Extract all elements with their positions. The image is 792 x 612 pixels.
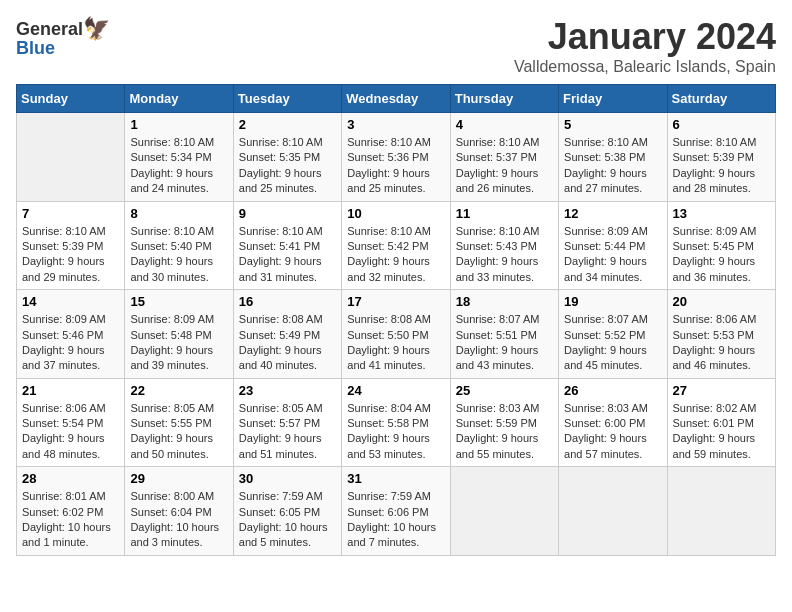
day-number: 7	[22, 206, 119, 221]
day-info: Sunrise: 8:06 AMSunset: 5:53 PMDaylight:…	[673, 312, 770, 374]
calendar-cell: 10 Sunrise: 8:10 AMSunset: 5:42 PMDaylig…	[342, 201, 450, 290]
calendar-week-row: 7 Sunrise: 8:10 AMSunset: 5:39 PMDayligh…	[17, 201, 776, 290]
logo: General 🦅 Blue	[16, 16, 110, 59]
weekday-header: Tuesday	[233, 85, 341, 113]
day-info: Sunrise: 8:06 AMSunset: 5:54 PMDaylight:…	[22, 401, 119, 463]
calendar-cell: 5 Sunrise: 8:10 AMSunset: 5:38 PMDayligh…	[559, 113, 667, 202]
header: General 🦅 Blue January 2024 Valldemossa,…	[16, 16, 776, 76]
day-info: Sunrise: 8:00 AMSunset: 6:04 PMDaylight:…	[130, 489, 227, 551]
day-number: 16	[239, 294, 336, 309]
calendar-cell	[450, 467, 558, 556]
day-info: Sunrise: 8:03 AMSunset: 5:59 PMDaylight:…	[456, 401, 553, 463]
weekday-header: Monday	[125, 85, 233, 113]
calendar-cell: 16 Sunrise: 8:08 AMSunset: 5:49 PMDaylig…	[233, 290, 341, 379]
day-number: 31	[347, 471, 444, 486]
day-info: Sunrise: 8:09 AMSunset: 5:46 PMDaylight:…	[22, 312, 119, 374]
calendar-cell: 21 Sunrise: 8:06 AMSunset: 5:54 PMDaylig…	[17, 378, 125, 467]
day-number: 5	[564, 117, 661, 132]
day-info: Sunrise: 8:04 AMSunset: 5:58 PMDaylight:…	[347, 401, 444, 463]
day-number: 29	[130, 471, 227, 486]
calendar-title: January 2024	[514, 16, 776, 58]
day-info: Sunrise: 8:10 AMSunset: 5:38 PMDaylight:…	[564, 135, 661, 197]
day-number: 4	[456, 117, 553, 132]
day-number: 28	[22, 471, 119, 486]
day-info: Sunrise: 8:08 AMSunset: 5:49 PMDaylight:…	[239, 312, 336, 374]
day-info: Sunrise: 8:02 AMSunset: 6:01 PMDaylight:…	[673, 401, 770, 463]
day-number: 19	[564, 294, 661, 309]
calendar-cell	[559, 467, 667, 556]
calendar-cell: 24 Sunrise: 8:04 AMSunset: 5:58 PMDaylig…	[342, 378, 450, 467]
logo-general-text: General	[16, 19, 83, 40]
day-info: Sunrise: 8:07 AMSunset: 5:51 PMDaylight:…	[456, 312, 553, 374]
day-number: 25	[456, 383, 553, 398]
day-info: Sunrise: 8:10 AMSunset: 5:41 PMDaylight:…	[239, 224, 336, 286]
day-number: 13	[673, 206, 770, 221]
calendar-cell: 3 Sunrise: 8:10 AMSunset: 5:36 PMDayligh…	[342, 113, 450, 202]
day-number: 3	[347, 117, 444, 132]
day-info: Sunrise: 8:10 AMSunset: 5:40 PMDaylight:…	[130, 224, 227, 286]
calendar-cell: 20 Sunrise: 8:06 AMSunset: 5:53 PMDaylig…	[667, 290, 775, 379]
calendar-cell: 12 Sunrise: 8:09 AMSunset: 5:44 PMDaylig…	[559, 201, 667, 290]
day-number: 23	[239, 383, 336, 398]
day-info: Sunrise: 8:10 AMSunset: 5:43 PMDaylight:…	[456, 224, 553, 286]
calendar-cell: 30 Sunrise: 7:59 AMSunset: 6:05 PMDaylig…	[233, 467, 341, 556]
calendar-week-row: 1 Sunrise: 8:10 AMSunset: 5:34 PMDayligh…	[17, 113, 776, 202]
day-info: Sunrise: 8:09 AMSunset: 5:48 PMDaylight:…	[130, 312, 227, 374]
day-info: Sunrise: 7:59 AMSunset: 6:05 PMDaylight:…	[239, 489, 336, 551]
calendar-cell: 6 Sunrise: 8:10 AMSunset: 5:39 PMDayligh…	[667, 113, 775, 202]
day-number: 10	[347, 206, 444, 221]
calendar-cell: 23 Sunrise: 8:05 AMSunset: 5:57 PMDaylig…	[233, 378, 341, 467]
day-info: Sunrise: 8:10 AMSunset: 5:34 PMDaylight:…	[130, 135, 227, 197]
calendar-cell: 19 Sunrise: 8:07 AMSunset: 5:52 PMDaylig…	[559, 290, 667, 379]
calendar-cell: 28 Sunrise: 8:01 AMSunset: 6:02 PMDaylig…	[17, 467, 125, 556]
day-number: 24	[347, 383, 444, 398]
weekday-header: Friday	[559, 85, 667, 113]
day-info: Sunrise: 8:03 AMSunset: 6:00 PMDaylight:…	[564, 401, 661, 463]
calendar-cell: 1 Sunrise: 8:10 AMSunset: 5:34 PMDayligh…	[125, 113, 233, 202]
calendar-week-row: 28 Sunrise: 8:01 AMSunset: 6:02 PMDaylig…	[17, 467, 776, 556]
day-number: 2	[239, 117, 336, 132]
calendar-cell: 8 Sunrise: 8:10 AMSunset: 5:40 PMDayligh…	[125, 201, 233, 290]
calendar-week-row: 21 Sunrise: 8:06 AMSunset: 5:54 PMDaylig…	[17, 378, 776, 467]
calendar-subtitle: Valldemossa, Balearic Islands, Spain	[514, 58, 776, 76]
day-info: Sunrise: 8:09 AMSunset: 5:44 PMDaylight:…	[564, 224, 661, 286]
day-info: Sunrise: 7:59 AMSunset: 6:06 PMDaylight:…	[347, 489, 444, 551]
day-info: Sunrise: 8:10 AMSunset: 5:42 PMDaylight:…	[347, 224, 444, 286]
logo-bird-icon: 🦅	[83, 16, 110, 42]
calendar-cell: 29 Sunrise: 8:00 AMSunset: 6:04 PMDaylig…	[125, 467, 233, 556]
calendar-cell: 25 Sunrise: 8:03 AMSunset: 5:59 PMDaylig…	[450, 378, 558, 467]
calendar-table: SundayMondayTuesdayWednesdayThursdayFrid…	[16, 84, 776, 556]
calendar-cell: 9 Sunrise: 8:10 AMSunset: 5:41 PMDayligh…	[233, 201, 341, 290]
day-info: Sunrise: 8:10 AMSunset: 5:39 PMDaylight:…	[673, 135, 770, 197]
calendar-cell: 2 Sunrise: 8:10 AMSunset: 5:35 PMDayligh…	[233, 113, 341, 202]
weekday-header: Saturday	[667, 85, 775, 113]
day-number: 21	[22, 383, 119, 398]
calendar-cell: 17 Sunrise: 8:08 AMSunset: 5:50 PMDaylig…	[342, 290, 450, 379]
calendar-cell: 18 Sunrise: 8:07 AMSunset: 5:51 PMDaylig…	[450, 290, 558, 379]
calendar-cell	[17, 113, 125, 202]
day-number: 9	[239, 206, 336, 221]
day-number: 15	[130, 294, 227, 309]
calendar-cell: 22 Sunrise: 8:05 AMSunset: 5:55 PMDaylig…	[125, 378, 233, 467]
day-info: Sunrise: 8:05 AMSunset: 5:57 PMDaylight:…	[239, 401, 336, 463]
day-number: 26	[564, 383, 661, 398]
calendar-cell: 7 Sunrise: 8:10 AMSunset: 5:39 PMDayligh…	[17, 201, 125, 290]
calendar-cell: 4 Sunrise: 8:10 AMSunset: 5:37 PMDayligh…	[450, 113, 558, 202]
title-area: January 2024 Valldemossa, Balearic Islan…	[514, 16, 776, 76]
day-info: Sunrise: 8:10 AMSunset: 5:37 PMDaylight:…	[456, 135, 553, 197]
calendar-cell: 26 Sunrise: 8:03 AMSunset: 6:00 PMDaylig…	[559, 378, 667, 467]
day-info: Sunrise: 8:10 AMSunset: 5:36 PMDaylight:…	[347, 135, 444, 197]
calendar-cell: 15 Sunrise: 8:09 AMSunset: 5:48 PMDaylig…	[125, 290, 233, 379]
day-number: 30	[239, 471, 336, 486]
calendar-cell	[667, 467, 775, 556]
day-number: 18	[456, 294, 553, 309]
day-info: Sunrise: 8:09 AMSunset: 5:45 PMDaylight:…	[673, 224, 770, 286]
day-info: Sunrise: 8:07 AMSunset: 5:52 PMDaylight:…	[564, 312, 661, 374]
day-number: 27	[673, 383, 770, 398]
day-info: Sunrise: 8:05 AMSunset: 5:55 PMDaylight:…	[130, 401, 227, 463]
day-number: 12	[564, 206, 661, 221]
calendar-cell: 14 Sunrise: 8:09 AMSunset: 5:46 PMDaylig…	[17, 290, 125, 379]
weekday-header: Sunday	[17, 85, 125, 113]
calendar-cell: 31 Sunrise: 7:59 AMSunset: 6:06 PMDaylig…	[342, 467, 450, 556]
calendar-cell: 27 Sunrise: 8:02 AMSunset: 6:01 PMDaylig…	[667, 378, 775, 467]
